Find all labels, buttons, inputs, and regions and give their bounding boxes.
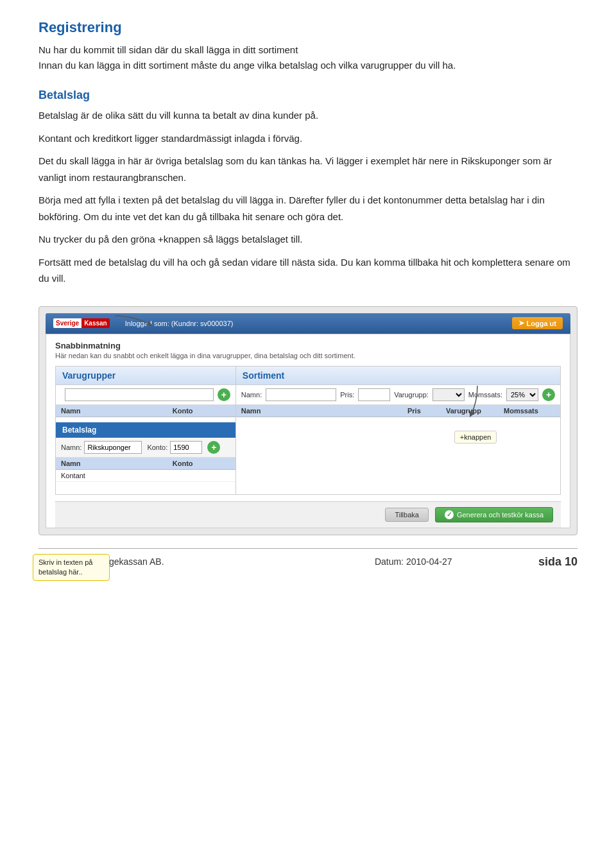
betalslag-naam-label: Namn: bbox=[61, 444, 81, 451]
page-footer: Copyright © Sverigekassan AB. Datum: 201… bbox=[38, 548, 578, 569]
check-icon: ✓ bbox=[445, 510, 454, 519]
sortiment-pris-label: Pris: bbox=[340, 391, 354, 399]
sortiment-col-pris: Pris bbox=[407, 407, 446, 415]
sortiment-col-momssats: Momssats bbox=[504, 407, 555, 415]
sortiment-form: Namn: Pris: Varugrupp: Momssats: 25% + bbox=[236, 385, 560, 405]
generera-button[interactable]: ✓ Generera och testkör kassa bbox=[435, 507, 553, 522]
betalslag-desc5: Nu trycker du på den gröna +knappen så l… bbox=[38, 231, 578, 248]
logo-kassan: Kassan bbox=[81, 318, 110, 328]
sortiment-momssats-select[interactable]: 25% bbox=[506, 388, 538, 401]
logout-button[interactable]: ➤ Logga ut bbox=[512, 317, 563, 329]
intro-paragraph: Nu har du kommit till sidan där du skall… bbox=[38, 42, 578, 73]
betalslag-desc2: Kontant och kreditkort ligger standardmä… bbox=[38, 130, 578, 147]
betalslag-col-namn: Namn bbox=[61, 460, 173, 467]
betalslag-desc4: Börja med att fylla i texten på det beta… bbox=[38, 192, 578, 225]
tillbaka-button[interactable]: Tillbaka bbox=[385, 508, 429, 522]
plus-knappen-annotation: +knappen bbox=[454, 431, 497, 444]
betalslag-konto-label: Konto: bbox=[147, 444, 167, 451]
betalslag-table-header: Namn Konto bbox=[56, 458, 235, 470]
betalslag-add-button[interactable]: + bbox=[207, 441, 220, 454]
varugrupper-namn-input[interactable] bbox=[65, 388, 214, 401]
betalslag-konto-input[interactable] bbox=[170, 441, 202, 454]
sortiment-namn-input[interactable] bbox=[266, 388, 336, 401]
sortiment-namn-label: Namn: bbox=[241, 391, 262, 399]
sortiment-table-header: Namn Pris Varugrupp Momssats bbox=[236, 405, 560, 417]
callout-annotation: Skriv in texten på betalslag här.. bbox=[33, 554, 110, 582]
varugrupper-col-konto: Konto bbox=[173, 407, 230, 415]
sortiment-pris-input[interactable] bbox=[358, 388, 390, 401]
betalslag-desc3: Det du skall lägga in här är övriga beta… bbox=[38, 153, 578, 185]
snabb-title: Snabbinmatning bbox=[55, 341, 561, 350]
betalslag-namn-input[interactable] bbox=[84, 441, 142, 454]
screenshot-container: Skriv in texten på betalslag här.. Sveri… bbox=[38, 306, 578, 535]
sortiment-col-namn: Namn bbox=[241, 407, 407, 415]
app-logo: Sverige Kassan bbox=[53, 318, 110, 328]
logo-sverige: Sverige bbox=[53, 318, 81, 328]
callout-arrow bbox=[115, 311, 153, 330]
right-panel: +knappen Sortiment Namn: bbox=[236, 366, 560, 494]
varugrupper-add-button[interactable]: + bbox=[218, 388, 230, 401]
plus-arrow-svg bbox=[465, 386, 490, 418]
sortiment-add-button[interactable]: + bbox=[542, 388, 555, 401]
snabb-desc: Här nedan kan du snabbt och enkelt lägga… bbox=[55, 352, 561, 359]
varugrupper-header: Varugrupper bbox=[56, 366, 235, 385]
two-col-layout: Varugrupper + Namn Konto Betalslag bbox=[55, 366, 561, 495]
left-panel: Varugrupper + Namn Konto Betalslag bbox=[56, 366, 236, 494]
betalslag-col-konto: Konto bbox=[173, 460, 230, 467]
sortiment-varugrupp-label: Varugrupp: bbox=[394, 391, 429, 399]
sortiment-header: Sortiment bbox=[236, 366, 560, 385]
footer-page: sida 10 bbox=[538, 555, 578, 569]
betalslag-row-kontant: Kontant bbox=[56, 470, 235, 482]
betalslag-panel-header: Betalslag bbox=[56, 422, 235, 438]
page-title: Registrering bbox=[38, 19, 578, 36]
betalslag-form: Namn: Konto: + bbox=[56, 438, 235, 458]
app-content: Snabbinmatning Här nedan kan du snabbt o… bbox=[46, 334, 570, 528]
footer-date: Datum: 2010-04-27 bbox=[288, 556, 538, 567]
varugrupper-form: + bbox=[56, 385, 235, 405]
betalslag-subpanel: Betalslag Namn: Konto: + bbox=[56, 422, 235, 482]
betalslag-desc1: Betalslag är de olika sätt du vill kunna… bbox=[38, 107, 578, 124]
betalslag-section-title: Betalslag bbox=[38, 89, 578, 102]
logout-icon: ➤ bbox=[518, 319, 524, 327]
sortiment-empty-area bbox=[236, 417, 560, 494]
bottom-bar: Tillbaka ✓ Generera och testkör kassa bbox=[55, 501, 561, 528]
varugrupper-col-namn: Namn bbox=[61, 407, 173, 415]
sortiment-varugrupp-select[interactable] bbox=[432, 388, 465, 401]
varugrupper-table-header: Namn Konto bbox=[56, 405, 235, 417]
betalslag-desc6: Fortsätt med de betalslag du vill ha och… bbox=[38, 254, 578, 287]
